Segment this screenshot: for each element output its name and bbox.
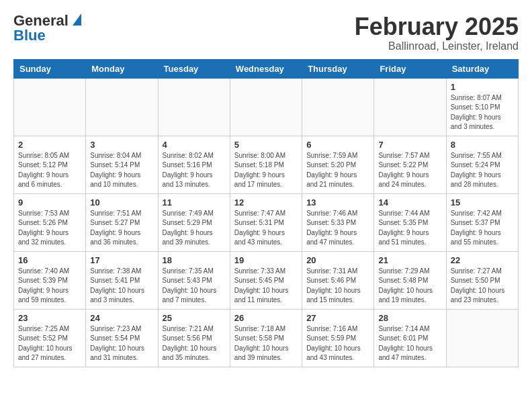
- calendar-week-row: 9Sunrise: 7:53 AM Sunset: 5:26 PM Daylig…: [14, 193, 519, 251]
- day-number: 12: [234, 197, 298, 208]
- col-saturday: Saturday: [446, 59, 518, 78]
- table-row: 5Sunrise: 8:00 AM Sunset: 5:18 PM Daylig…: [230, 136, 302, 193]
- col-monday: Monday: [86, 59, 158, 78]
- day-info: Sunrise: 7:42 AM Sunset: 5:37 PM Dayligh…: [451, 209, 514, 248]
- col-tuesday: Tuesday: [158, 59, 230, 78]
- logo-blue: Blue: [13, 27, 46, 44]
- calendar-week-row: 16Sunrise: 7:40 AM Sunset: 5:39 PM Dayli…: [14, 251, 519, 309]
- table-row: [446, 309, 518, 367]
- day-info: Sunrise: 7:33 AM Sunset: 5:45 PM Dayligh…: [234, 267, 298, 306]
- logo-triangle-icon: [73, 13, 81, 26]
- table-row: 2Sunrise: 8:05 AM Sunset: 5:12 PM Daylig…: [14, 136, 86, 193]
- day-info: Sunrise: 8:00 AM Sunset: 5:18 PM Dayligh…: [234, 151, 298, 190]
- day-info: Sunrise: 7:25 AM Sunset: 5:52 PM Dayligh…: [18, 324, 81, 363]
- day-number: 19: [234, 255, 298, 265]
- calendar-header-row: Sunday Monday Tuesday Wednesday Thursday…: [14, 59, 519, 78]
- day-number: 1: [451, 82, 514, 92]
- calendar-subtitle: Ballinroad, Leinster, Ireland: [355, 40, 519, 52]
- day-info: Sunrise: 7:59 AM Sunset: 5:20 PM Dayligh…: [306, 151, 369, 190]
- table-row: 14Sunrise: 7:44 AM Sunset: 5:35 PM Dayli…: [374, 193, 446, 251]
- table-row: [158, 78, 230, 136]
- table-row: [230, 78, 302, 136]
- day-info: Sunrise: 7:51 AM Sunset: 5:27 PM Dayligh…: [90, 209, 153, 248]
- day-number: 11: [163, 197, 226, 208]
- day-info: Sunrise: 7:16 AM Sunset: 5:59 PM Dayligh…: [306, 324, 369, 363]
- table-row: 9Sunrise: 7:53 AM Sunset: 5:26 PM Daylig…: [14, 193, 86, 251]
- day-info: Sunrise: 7:23 AM Sunset: 5:54 PM Dayligh…: [90, 324, 153, 363]
- day-number: 6: [306, 140, 369, 150]
- day-number: 25: [163, 313, 226, 323]
- table-row: 24Sunrise: 7:23 AM Sunset: 5:54 PM Dayli…: [86, 309, 158, 367]
- day-number: 16: [18, 255, 81, 265]
- day-number: 24: [90, 313, 153, 323]
- day-info: Sunrise: 8:05 AM Sunset: 5:12 PM Dayligh…: [18, 151, 81, 190]
- table-row: [302, 78, 374, 136]
- title-section: February 2025 Ballinroad, Leinster, Irel…: [355, 13, 519, 52]
- logo: General Blue: [13, 13, 81, 43]
- day-number: 4: [163, 140, 226, 150]
- day-number: 21: [378, 255, 441, 265]
- day-number: 15: [451, 197, 514, 208]
- table-row: 23Sunrise: 7:25 AM Sunset: 5:52 PM Dayli…: [14, 309, 86, 367]
- col-wednesday: Wednesday: [230, 59, 302, 78]
- calendar-week-row: 2Sunrise: 8:05 AM Sunset: 5:12 PM Daylig…: [14, 136, 519, 193]
- calendar-title: February 2025: [355, 13, 519, 40]
- table-row: 18Sunrise: 7:35 AM Sunset: 5:43 PM Dayli…: [158, 251, 230, 309]
- calendar-week-row: 1Sunrise: 8:07 AM Sunset: 5:10 PM Daylig…: [14, 78, 519, 136]
- day-number: 23: [18, 313, 81, 323]
- calendar-week-row: 23Sunrise: 7:25 AM Sunset: 5:52 PM Dayli…: [14, 309, 519, 367]
- table-row: [14, 78, 86, 136]
- day-info: Sunrise: 7:35 AM Sunset: 5:43 PM Dayligh…: [163, 267, 226, 306]
- day-number: 27: [306, 313, 369, 323]
- day-info: Sunrise: 7:14 AM Sunset: 6:01 PM Dayligh…: [378, 324, 441, 363]
- table-row: 15Sunrise: 7:42 AM Sunset: 5:37 PM Dayli…: [446, 193, 518, 251]
- day-info: Sunrise: 7:31 AM Sunset: 5:46 PM Dayligh…: [306, 267, 369, 306]
- day-info: Sunrise: 7:55 AM Sunset: 5:24 PM Dayligh…: [451, 151, 514, 190]
- day-info: Sunrise: 7:29 AM Sunset: 5:48 PM Dayligh…: [378, 267, 441, 306]
- table-row: 17Sunrise: 7:38 AM Sunset: 5:41 PM Dayli…: [86, 251, 158, 309]
- day-info: Sunrise: 8:07 AM Sunset: 5:10 PM Dayligh…: [451, 93, 514, 132]
- day-number: 18: [163, 255, 226, 265]
- day-info: Sunrise: 7:38 AM Sunset: 5:41 PM Dayligh…: [90, 267, 153, 306]
- table-row: 22Sunrise: 7:27 AM Sunset: 5:50 PM Dayli…: [446, 251, 518, 309]
- table-row: 6Sunrise: 7:59 AM Sunset: 5:20 PM Daylig…: [302, 136, 374, 193]
- day-info: Sunrise: 8:04 AM Sunset: 5:14 PM Dayligh…: [90, 151, 153, 190]
- day-info: Sunrise: 7:18 AM Sunset: 5:58 PM Dayligh…: [234, 324, 298, 363]
- day-number: 26: [234, 313, 298, 323]
- day-info: Sunrise: 7:21 AM Sunset: 5:56 PM Dayligh…: [163, 324, 226, 363]
- table-row: 12Sunrise: 7:47 AM Sunset: 5:31 PM Dayli…: [230, 193, 302, 251]
- table-row: 16Sunrise: 7:40 AM Sunset: 5:39 PM Dayli…: [14, 251, 86, 309]
- day-number: 17: [90, 255, 153, 265]
- table-row: 7Sunrise: 7:57 AM Sunset: 5:22 PM Daylig…: [374, 136, 446, 193]
- table-row: 3Sunrise: 8:04 AM Sunset: 5:14 PM Daylig…: [86, 136, 158, 193]
- day-info: Sunrise: 7:27 AM Sunset: 5:50 PM Dayligh…: [451, 267, 514, 306]
- day-info: Sunrise: 7:46 AM Sunset: 5:33 PM Dayligh…: [306, 209, 369, 248]
- day-info: Sunrise: 7:49 AM Sunset: 5:29 PM Dayligh…: [163, 209, 226, 248]
- day-info: Sunrise: 7:47 AM Sunset: 5:31 PM Dayligh…: [234, 209, 298, 248]
- calendar-table: Sunday Monday Tuesday Wednesday Thursday…: [13, 59, 519, 367]
- day-number: 10: [90, 197, 153, 208]
- table-row: 4Sunrise: 8:02 AM Sunset: 5:16 PM Daylig…: [158, 136, 230, 193]
- col-thursday: Thursday: [302, 59, 374, 78]
- day-info: Sunrise: 7:40 AM Sunset: 5:39 PM Dayligh…: [18, 267, 81, 306]
- day-number: 3: [90, 140, 153, 150]
- table-row: 10Sunrise: 7:51 AM Sunset: 5:27 PM Dayli…: [86, 193, 158, 251]
- day-info: Sunrise: 7:44 AM Sunset: 5:35 PM Dayligh…: [378, 209, 441, 248]
- table-row: [374, 78, 446, 136]
- day-number: 13: [306, 197, 369, 208]
- day-number: 7: [378, 140, 441, 150]
- table-row: 26Sunrise: 7:18 AM Sunset: 5:58 PM Dayli…: [230, 309, 302, 367]
- day-number: 9: [18, 197, 81, 208]
- day-info: Sunrise: 8:02 AM Sunset: 5:16 PM Dayligh…: [163, 151, 226, 190]
- table-row: 11Sunrise: 7:49 AM Sunset: 5:29 PM Dayli…: [158, 193, 230, 251]
- table-row: 20Sunrise: 7:31 AM Sunset: 5:46 PM Dayli…: [302, 251, 374, 309]
- table-row: 25Sunrise: 7:21 AM Sunset: 5:56 PM Dayli…: [158, 309, 230, 367]
- day-info: Sunrise: 7:53 AM Sunset: 5:26 PM Dayligh…: [18, 209, 81, 248]
- day-number: 20: [306, 255, 369, 265]
- day-number: 8: [451, 140, 514, 150]
- table-row: [86, 78, 158, 136]
- day-number: 14: [378, 197, 441, 208]
- table-row: 19Sunrise: 7:33 AM Sunset: 5:45 PM Dayli…: [230, 251, 302, 309]
- day-number: 5: [234, 140, 298, 150]
- table-row: 1Sunrise: 8:07 AM Sunset: 5:10 PM Daylig…: [446, 78, 518, 136]
